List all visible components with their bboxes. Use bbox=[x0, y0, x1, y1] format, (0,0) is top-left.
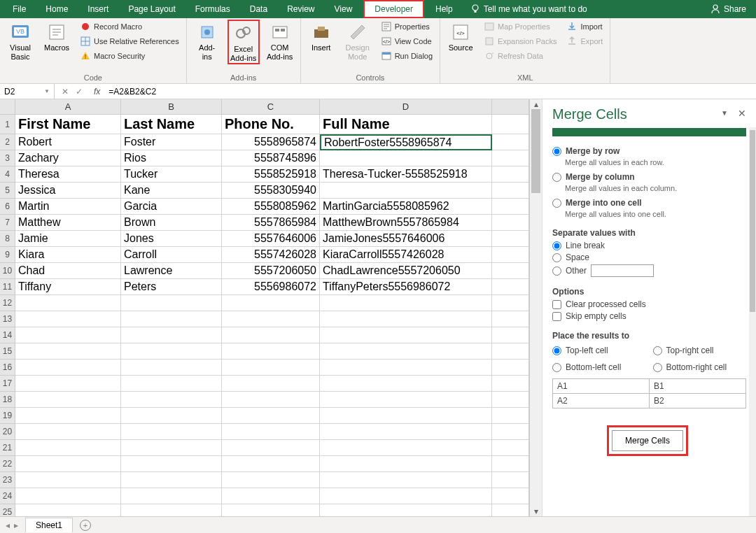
tab-data[interactable]: Data bbox=[240, 0, 277, 18]
design-mode-button[interactable]: Design Mode bbox=[342, 20, 374, 62]
cell[interactable] bbox=[320, 472, 492, 488]
cell[interactable] bbox=[320, 295, 492, 311]
tab-insert[interactable]: Insert bbox=[78, 0, 118, 18]
vertical-scrollbar[interactable]: ▴ ▾ bbox=[529, 99, 542, 516]
cell[interactable] bbox=[320, 392, 492, 408]
linebreak-radio[interactable]: Line break bbox=[552, 241, 746, 250]
row-header[interactable]: 17 bbox=[0, 376, 15, 392]
cell[interactable] bbox=[320, 311, 492, 327]
cell[interactable] bbox=[222, 424, 320, 440]
row-header[interactable]: 18 bbox=[0, 392, 15, 408]
cell[interactable] bbox=[222, 456, 320, 472]
cell[interactable] bbox=[121, 472, 222, 488]
tell-me-search[interactable]: Tell me what you want to do bbox=[463, 3, 594, 15]
cell[interactable]: Matthew bbox=[15, 215, 121, 231]
row-header[interactable]: 9 bbox=[0, 247, 15, 263]
row-header[interactable]: 24 bbox=[0, 488, 15, 504]
cell[interactable]: Garcia bbox=[121, 199, 222, 215]
cell[interactable] bbox=[15, 360, 121, 376]
cell[interactable] bbox=[15, 504, 121, 516]
cell[interactable] bbox=[320, 488, 492, 504]
row-header[interactable]: 21 bbox=[0, 440, 15, 456]
refresh-data-button[interactable]: Refresh Data bbox=[481, 49, 559, 63]
cell[interactable]: Rios bbox=[121, 150, 222, 166]
cell[interactable]: Jamie bbox=[15, 231, 121, 247]
cell[interactable] bbox=[15, 440, 121, 456]
run-dialog-button[interactable]: Run Dialog bbox=[378, 49, 435, 63]
relative-references-button[interactable]: Use Relative References bbox=[77, 34, 182, 48]
visual-basic-button[interactable]: VB Visual Basic bbox=[4, 20, 36, 62]
next-sheet-icon[interactable]: ▸ bbox=[14, 520, 18, 530]
cell[interactable] bbox=[320, 360, 492, 376]
tab-file[interactable]: File bbox=[3, 0, 36, 18]
cell[interactable] bbox=[15, 424, 121, 440]
other-separator-input[interactable] bbox=[591, 264, 654, 277]
cell[interactable] bbox=[222, 295, 320, 311]
cell[interactable] bbox=[121, 295, 222, 311]
cell[interactable]: Theresa-Tucker-5558525918 bbox=[320, 166, 492, 183]
row-header[interactable]: 2 bbox=[0, 134, 15, 150]
scroll-thumb[interactable] bbox=[531, 109, 540, 193]
cell[interactable] bbox=[222, 488, 320, 504]
cell[interactable]: ChadLawrence5557206050 bbox=[320, 263, 492, 279]
pane-dropdown-icon[interactable]: ▼ bbox=[721, 109, 728, 117]
column-header-C[interactable]: C bbox=[222, 99, 320, 115]
cell[interactable] bbox=[222, 360, 320, 376]
cell[interactable]: 5558965874 bbox=[222, 134, 320, 150]
view-code-button[interactable]: </>View Code bbox=[378, 34, 435, 48]
cell[interactable]: 5557646006 bbox=[222, 231, 320, 247]
cell[interactable] bbox=[15, 343, 121, 360]
com-addins-button[interactable]: COM Add-ins bbox=[264, 20, 296, 62]
cell[interactable] bbox=[15, 392, 121, 408]
cell[interactable]: 5558085962 bbox=[222, 199, 320, 215]
cell[interactable] bbox=[15, 295, 121, 311]
result-cell[interactable]: B1 bbox=[650, 379, 746, 394]
row-header[interactable]: 1 bbox=[0, 115, 15, 134]
cell[interactable] bbox=[121, 456, 222, 472]
export-button[interactable]: Export bbox=[564, 34, 606, 48]
share-button[interactable]: Share bbox=[703, 3, 753, 15]
cell[interactable] bbox=[320, 376, 492, 392]
cell[interactable]: MartinGarcia5558085962 bbox=[320, 199, 492, 215]
cell[interactable]: JamieJones5557646006 bbox=[320, 231, 492, 247]
addins-button[interactable]: Add- ins bbox=[191, 20, 223, 62]
row-header[interactable]: 6 bbox=[0, 199, 15, 215]
tab-home[interactable]: Home bbox=[36, 0, 78, 18]
select-all-corner[interactable] bbox=[0, 99, 15, 115]
source-button[interactable]: </> Source bbox=[444, 20, 477, 52]
merge-cells-button[interactable]: Merge Cells bbox=[612, 430, 683, 451]
cell[interactable]: Chad bbox=[15, 263, 121, 279]
row-header[interactable]: 23 bbox=[0, 472, 15, 488]
cell[interactable] bbox=[121, 488, 222, 504]
macro-security-button[interactable]: !Macro Security bbox=[77, 49, 182, 63]
cell[interactable]: KiaraCarroll5557426028 bbox=[320, 247, 492, 263]
cell[interactable] bbox=[222, 343, 320, 360]
excel-addins-button[interactable]: Excel Add-ins bbox=[227, 20, 260, 64]
record-macro-button[interactable]: Record Macro bbox=[77, 20, 182, 34]
cell[interactable] bbox=[320, 504, 492, 516]
tab-developer[interactable]: Developer bbox=[363, 0, 424, 18]
column-header-A[interactable]: A bbox=[15, 99, 121, 115]
cell[interactable]: Kiara bbox=[15, 247, 121, 263]
skip-empty-checkbox[interactable]: Skip empty cells bbox=[552, 311, 746, 321]
cell[interactable] bbox=[15, 327, 121, 343]
merge-by-row-radio[interactable]: Merge by row bbox=[552, 146, 746, 156]
row-header[interactable]: 13 bbox=[0, 311, 15, 327]
cell[interactable]: 5558745896 bbox=[222, 150, 320, 166]
cell[interactable]: Jones bbox=[121, 231, 222, 247]
cell[interactable] bbox=[121, 327, 222, 343]
cell[interactable]: Last Name bbox=[121, 115, 222, 134]
row-header[interactable]: 16 bbox=[0, 360, 15, 376]
cell[interactable] bbox=[15, 488, 121, 504]
cell[interactable] bbox=[121, 311, 222, 327]
column-header-D[interactable]: D bbox=[320, 99, 492, 115]
row-header[interactable]: 19 bbox=[0, 408, 15, 424]
cell[interactable] bbox=[222, 311, 320, 327]
row-header[interactable]: 15 bbox=[0, 343, 15, 360]
name-box[interactable]: D2▼ bbox=[0, 84, 55, 99]
cell[interactable]: Tiffany bbox=[15, 279, 121, 295]
top-right-radio[interactable]: Top-right cell bbox=[653, 346, 747, 355]
cell[interactable]: 5557206050 bbox=[222, 263, 320, 279]
cell[interactable] bbox=[222, 504, 320, 516]
expansion-packs-button[interactable]: Expansion Packs bbox=[481, 34, 559, 48]
